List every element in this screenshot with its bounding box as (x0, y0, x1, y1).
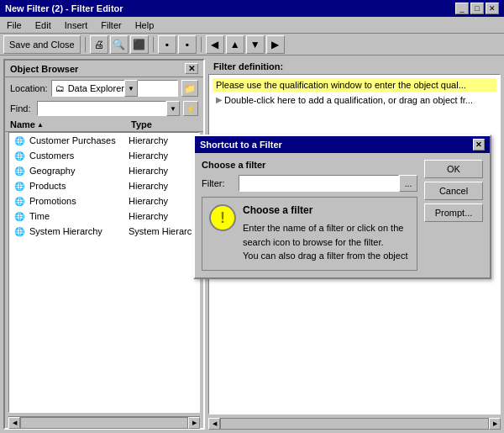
warning-icon: ! (209, 204, 236, 231)
dialog-title-text: Shortcut to a Filter (200, 140, 282, 150)
filter-browse-button[interactable]: ... (399, 175, 417, 192)
cancel-button[interactable]: Cancel (424, 182, 483, 200)
dialog-info-content: Choose a filter Enter the name of a filt… (243, 204, 408, 263)
filter-panel: Filter definition: Please use the qualif… (208, 59, 501, 430)
filter-input[interactable] (239, 175, 399, 192)
dialog-info-text: Enter the name of a filter or click on t… (243, 221, 408, 263)
filter-field-label: Filter: (202, 178, 234, 188)
dialog-info-box: ! Choose a filter Enter the name of a fi… (202, 197, 417, 271)
dialog-title-bar: Shortcut to a Filter ✕ (195, 136, 490, 153)
prompt-button[interactable]: Prompt... (424, 203, 483, 222)
ok-button[interactable]: OK (424, 160, 483, 178)
dialog-overlay: Shortcut to a Filter ✕ Choose a filter F… (0, 0, 504, 433)
dialog-info-title: Choose a filter (243, 204, 408, 216)
main-content: Object Browser ✕ Location: 🗂 Data Explor… (0, 55, 504, 433)
dialog-buttons: OK Cancel Prompt... (424, 160, 483, 271)
shortcut-to-filter-dialog: Shortcut to a Filter ✕ Choose a filter F… (193, 135, 491, 279)
filter-input-row: Filter: ... (202, 175, 417, 192)
dialog-close-button[interactable]: ✕ (473, 139, 485, 150)
choose-filter-label: Choose a filter (202, 160, 417, 170)
filter-input-wrap: ... (239, 175, 417, 192)
dialog-left-panel: Choose a filter Filter: ... (202, 160, 417, 271)
dialog-body: Choose a filter Filter: ... (195, 153, 490, 277)
